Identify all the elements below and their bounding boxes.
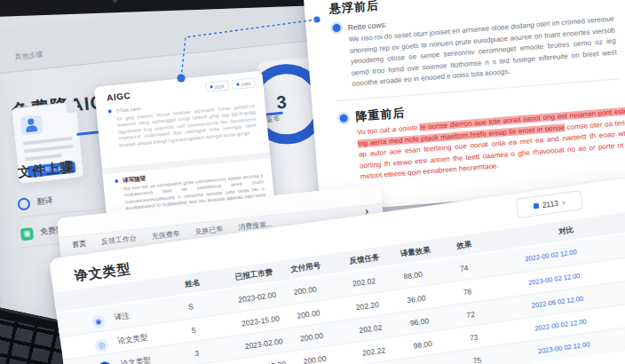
text-line (23, 137, 73, 146)
count-badge[interactable]: 2483 (232, 78, 256, 90)
col-effect: 效果 (456, 240, 473, 252)
tab-item[interactable]: 首页 (72, 239, 87, 250)
row-type-icon: ◉ (91, 314, 106, 329)
count-badge[interactable]: 2019 (205, 81, 229, 92)
radio-selected-icon[interactable] (332, 24, 341, 33)
text-line (24, 145, 74, 154)
aigc-section1-title: GGds varer (115, 106, 141, 114)
count-filter-dropdown[interactable]: 2113 ˅ (516, 190, 583, 218)
compare-card: 悬浮前后 Rette cows: We riso roi do seset ot… (300, 0, 625, 212)
row-type-icon: ◎ (94, 338, 109, 353)
aigc-badges: 2019 2483 (205, 78, 256, 92)
radio-selected-icon[interactable] (339, 114, 348, 123)
avatar (20, 115, 44, 135)
compare-bullet-label: Rette cows: (347, 20, 387, 32)
col-name: 姓名 (185, 278, 202, 290)
reduce-compare-title: 降重前后 (355, 105, 406, 124)
tab-item[interactable]: 反馈工作台 (100, 233, 137, 247)
donut-value: 3 (275, 91, 287, 113)
blue-dot-icon (236, 83, 239, 85)
box-icon: ▣ (20, 226, 34, 240)
section-divider (102, 152, 271, 174)
aigc-detail-card: AIGC 2019 2483 GGds varer tot geg aaetot… (94, 71, 274, 218)
compare-body-text: We riso roi do seset oturr jooiset en ar… (348, 13, 618, 90)
hover-compare-title: 悬浮前后 (328, 0, 379, 18)
webcam-icon (113, 0, 117, 3)
compare-date-link[interactable]: 2023-00 02 12.00 (507, 340, 590, 360)
row-type-icon: ✕ (98, 360, 113, 364)
marketing-composite: 其他步骤 免费降AIGC 立即生成 3 降重率 文件上骤 翻译 ▣ 免费降重 (0, 0, 625, 364)
chevron-down-icon: ˅ (561, 199, 566, 206)
tab-item[interactable]: 充值费率 (151, 229, 180, 241)
table-title: 诤文类型 (74, 260, 132, 285)
blue-square-icon (533, 203, 539, 210)
blue-dot-icon (210, 85, 212, 88)
compare-date-link[interactable]: 2022-00 02 12.00 (494, 248, 577, 267)
aigc-card-title: AIGC (107, 91, 131, 103)
target-icon (17, 197, 30, 210)
bullet-dot-icon (115, 179, 118, 183)
page-fold-corner-icon (66, 101, 77, 113)
bullet-dot-icon (108, 109, 112, 113)
